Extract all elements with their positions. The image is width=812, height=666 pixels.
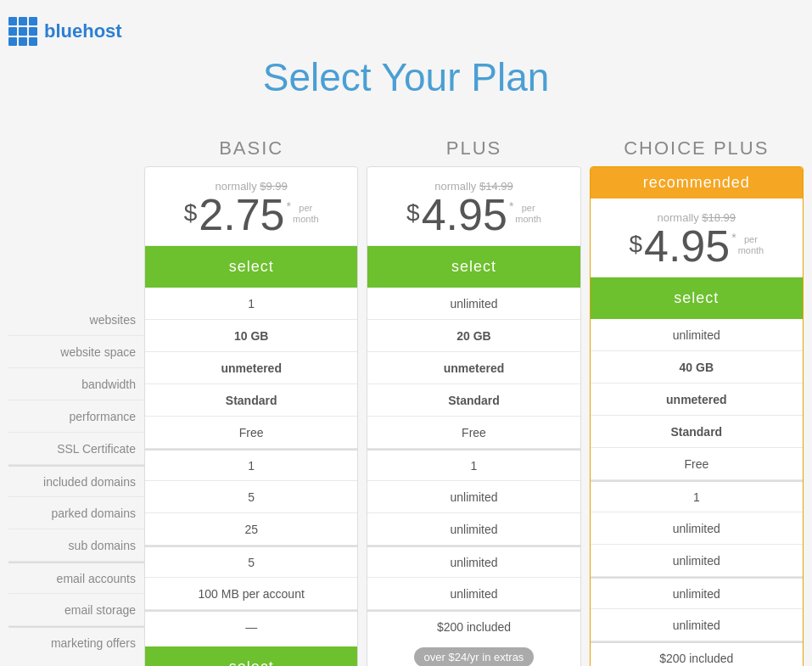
logo-dot [29, 17, 37, 25]
plan-basic-asterisk: * [287, 199, 291, 213]
plan-basic-domains: 1 [145, 449, 357, 481]
plan-choice-plus-marketing: $200 included [591, 641, 803, 666]
plan-choice-plus-performance: Standard [591, 416, 803, 448]
plan-plus-select-top[interactable]: select [367, 246, 580, 288]
label-website-space: website space [8, 336, 144, 368]
plan-choice-plus-per-month: permonth [738, 234, 764, 256]
plan-choice-plus-sub: unlimited [591, 545, 803, 577]
plan-choice-plus-email-accounts: unlimited [591, 577, 803, 609]
plan-choice-plus-websites: unlimited [591, 319, 803, 351]
plan-basic-price-main: $ 2.75 * permonth [154, 193, 349, 237]
plan-choice-plus-ssl: Free [591, 448, 803, 480]
plan-choice-plus-select-top[interactable]: select [591, 277, 803, 319]
logo-dot [8, 17, 17, 25]
plan-choice-plus-name: CHOICE PLUS [590, 126, 804, 160]
logo-dot [29, 37, 37, 46]
logo-grid [8, 17, 37, 46]
plan-choice-plus-email-storage: unlimited [591, 609, 803, 641]
plan-basic-ssl: Free [145, 417, 357, 449]
plan-plus-name: PLUS [367, 126, 580, 160]
plan-plus-space: 20 GB [367, 320, 580, 352]
plan-plus-dollar: $ [406, 199, 420, 227]
plan-basic-select-bottom[interactable]: select [145, 646, 357, 666]
plan-plus-email-storage: unlimited [367, 578, 580, 610]
page-title: Select Your Plan [8, 54, 804, 100]
plan-basic-name: BASIC [144, 126, 358, 160]
label-bandwidth: bandwidth [8, 368, 144, 400]
logo-dot [19, 27, 27, 36]
plan-choice-plus-card: recommended normally $18.99 $ 4.95 * per… [590, 166, 804, 666]
plan-plus-price-main: $ 4.95 * permonth [376, 193, 571, 237]
plan-plus-bandwidth: unmetered [367, 352, 580, 384]
plan-choice-plus-bandwidth: unmetered [591, 383, 803, 416]
plan-plus-performance: Standard [367, 384, 580, 417]
plan-basic-per-month: permonth [293, 203, 319, 225]
label-performance: performance [8, 400, 144, 433]
plan-basic-space: 10 GB [145, 320, 357, 352]
logo-dot [19, 17, 27, 25]
label-email-accounts: email accounts [8, 562, 144, 594]
plan-choice-plus-domains: 1 [591, 480, 803, 512]
plan-choice-plus-parked: unlimited [591, 512, 803, 545]
label-included-domains: included domains [8, 465, 144, 497]
label-sub-domains: sub domains [8, 529, 144, 562]
labels-column: websites website space bandwidth perform… [8, 126, 144, 666]
plan-basic-parked: 5 [145, 481, 357, 513]
plan-basic-email-storage: 100 MB per account [145, 578, 357, 610]
logo-dot [19, 37, 27, 46]
plan-plus-price-section: normally $14.99 $ 4.95 * permonth [367, 167, 580, 246]
plan-basic-card: normally $9.99 $ 2.75 * permonth select … [144, 166, 358, 666]
plan-basic-performance: Standard [145, 384, 357, 417]
plan-plus-ssl: Free [367, 417, 580, 449]
plan-basic-sub: 25 [145, 513, 357, 546]
plan-plus-card: normally $14.99 $ 4.95 * permonth select… [367, 166, 580, 666]
plan-basic-dollar: $ [184, 199, 198, 227]
plan-plus-marketing: $200 included [367, 610, 580, 642]
label-marketing-offers: marketing offers [8, 626, 144, 658]
plan-choice-plus-price-num: 4.95 [644, 224, 730, 268]
plan-basic-select-top[interactable]: select [145, 246, 357, 288]
plan-basic-price-section: normally $9.99 $ 2.75 * permonth [145, 167, 357, 246]
plan-plus-per-month: permonth [515, 203, 541, 225]
plan-plus-parked: unlimited [367, 481, 580, 513]
plan-choice-plus-price-main: $ 4.95 * permonth [599, 224, 794, 268]
plan-basic-websites: 1 [145, 288, 357, 320]
label-websites: websites [8, 304, 144, 336]
plan-plus-domains: 1 [367, 449, 580, 481]
logo-area: bluehost [8, 17, 122, 46]
logo-dot [29, 27, 37, 36]
plan-plus-price-num: 4.95 [422, 193, 507, 237]
plan-choice-plus-space: 40 GB [591, 351, 803, 383]
label-ssl: SSL Certificate [8, 433, 144, 465]
plan-basic-price-num: 2.75 [199, 193, 284, 237]
plan-basic-marketing: — [145, 610, 357, 642]
label-email-storage: email storage [8, 594, 144, 626]
plan-choice-plus-dollar: $ [629, 231, 642, 258]
plan-basic: BASIC normally $9.99 $ 2.75 * permonth [144, 126, 358, 666]
header: bluehost [8, 17, 804, 46]
logo-dot [8, 37, 17, 46]
plan-plus-email-accounts: unlimited [367, 546, 580, 578]
logo-text: bluehost [44, 20, 122, 42]
plans-container: websites website space bandwidth perform… [8, 126, 804, 666]
plan-choice-plus: CHOICE PLUS recommended normally $18.99 … [590, 126, 804, 666]
plan-plus: PLUS normally $14.99 $ 4.95 * permonth [367, 126, 580, 666]
plan-basic-bandwidth: unmetered [145, 352, 357, 384]
plan-plus-sub: unlimited [367, 513, 580, 546]
plans-columns: BASIC normally $9.99 $ 2.75 * permonth [144, 126, 804, 666]
plan-plus-extras-badge: over $24/yr in extras [414, 647, 535, 666]
plan-plus-websites: unlimited [367, 288, 580, 320]
page-wrapper: bluehost Select Your Plan websites websi… [0, 0, 812, 666]
plan-plus-asterisk: * [509, 199, 513, 213]
plan-choice-plus-asterisk: * [731, 231, 736, 244]
plan-basic-email-accounts: 5 [145, 546, 357, 578]
plan-choice-plus-price-section: normally $18.99 $ 4.95 * permonth [591, 199, 803, 277]
logo-dot [8, 27, 17, 36]
recommended-badge: recommended [591, 167, 803, 199]
label-parked-domains: parked domains [8, 497, 144, 529]
plan-plus-extras-section: over $24/yr in extras [367, 642, 580, 666]
